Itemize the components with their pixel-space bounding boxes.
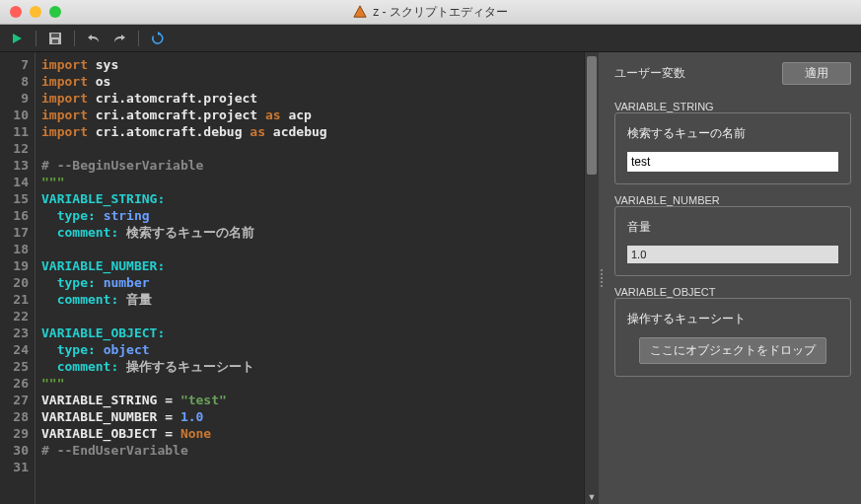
code-line[interactable]: comment: 検索するキューの名前 xyxy=(41,224,584,241)
line-number: 28 xyxy=(0,408,29,425)
variable-box: 検索するキューの名前 xyxy=(614,112,851,184)
line-number: 10 xyxy=(0,107,29,123)
vertical-scrollbar[interactable]: ▼ xyxy=(584,52,599,504)
code-line[interactable]: """ xyxy=(41,174,584,190)
variable-comment: 検索するキューの名前 xyxy=(627,125,838,142)
undo-button[interactable] xyxy=(85,30,103,47)
panel-title: ユーザー変数 xyxy=(614,65,685,82)
line-number: 7 xyxy=(0,56,29,73)
variable-string-input[interactable] xyxy=(627,152,838,172)
line-number: 23 xyxy=(0,324,29,341)
code-line[interactable]: """ xyxy=(41,375,584,392)
code-line[interactable]: import sys xyxy=(41,56,584,73)
close-window-button[interactable] xyxy=(10,6,22,18)
code-line[interactable]: import cri.atomcraft.project as acp xyxy=(41,107,584,123)
line-number: 16 xyxy=(0,207,29,224)
line-number: 21 xyxy=(0,291,29,308)
svg-rect-3 xyxy=(51,34,59,37)
apply-button[interactable]: 適用 xyxy=(782,62,851,85)
variable-comment: 音量 xyxy=(627,219,838,236)
code-line[interactable]: type: number xyxy=(41,274,584,291)
code-line[interactable]: # --BeginUserVariable xyxy=(41,157,584,174)
code-line[interactable]: VARIABLE_OBJECT = None xyxy=(41,425,584,442)
splitter-handle[interactable] xyxy=(599,52,605,504)
code-line[interactable]: VARIABLE_OBJECT: xyxy=(41,324,584,341)
variable-title: VARIABLE_OBJECT xyxy=(614,286,851,298)
svg-marker-1 xyxy=(13,34,22,43)
line-number: 22 xyxy=(0,308,29,324)
code-line[interactable]: import os xyxy=(41,73,584,90)
line-number: 29 xyxy=(0,425,29,442)
save-button[interactable] xyxy=(46,30,64,47)
line-number: 8 xyxy=(0,73,29,90)
svg-rect-4 xyxy=(52,39,58,43)
line-number: 26 xyxy=(0,375,29,392)
code-editor[interactable]: 7891011121314151617181920212223242526272… xyxy=(0,52,599,504)
line-number: 25 xyxy=(0,358,29,375)
titlebar: z - スクリプトエディター xyxy=(0,0,861,25)
line-number: 30 xyxy=(0,442,29,459)
line-number: 20 xyxy=(0,274,29,291)
user-variable-panel: ユーザー変数 適用 VARIABLE_STRING検索するキューの名前VARIA… xyxy=(605,52,861,504)
line-number: 11 xyxy=(0,123,29,140)
minimize-window-button[interactable] xyxy=(30,6,41,18)
code-line[interactable] xyxy=(41,140,584,157)
scrollbar-thumb[interactable] xyxy=(587,56,597,175)
line-number: 15 xyxy=(0,190,29,207)
redo-button[interactable] xyxy=(110,30,128,47)
code-line[interactable]: type: object xyxy=(41,341,584,358)
code-line[interactable]: comment: 音量 xyxy=(41,291,584,308)
svg-marker-0 xyxy=(354,6,366,17)
code-line[interactable]: type: string xyxy=(41,207,584,224)
code-line[interactable]: # --EndUserVariable xyxy=(41,442,584,459)
code-line[interactable]: import cri.atomcraft.debug as acdebug xyxy=(41,123,584,140)
maximize-window-button[interactable] xyxy=(49,6,61,18)
code-line[interactable]: VARIABLE_NUMBER = 1.0 xyxy=(41,408,584,425)
app-icon xyxy=(353,5,367,19)
separator xyxy=(138,31,139,46)
code-line[interactable]: comment: 操作するキューシート xyxy=(41,358,584,375)
separator xyxy=(74,31,75,46)
line-number: 31 xyxy=(0,459,29,475)
code-content[interactable]: import sysimport osimport cri.atomcraft.… xyxy=(36,52,584,504)
line-number-gutter: 7891011121314151617181920212223242526272… xyxy=(0,52,36,504)
toolbar xyxy=(0,25,861,52)
variable-box: 操作するキューシートここにオブジェクトをドロップ xyxy=(614,298,851,377)
main-area: 7891011121314151617181920212223242526272… xyxy=(0,52,861,504)
code-line[interactable]: import cri.atomcraft.project xyxy=(41,90,584,107)
scroll-down-arrow[interactable]: ▼ xyxy=(585,490,599,504)
window-title: z - スクリプトエディター xyxy=(373,4,508,21)
line-number: 27 xyxy=(0,392,29,408)
code-line[interactable] xyxy=(41,308,584,324)
run-button[interactable] xyxy=(8,30,26,47)
separator xyxy=(36,31,36,46)
code-line[interactable] xyxy=(41,459,584,475)
line-number: 17 xyxy=(0,224,29,241)
line-number: 14 xyxy=(0,174,29,190)
variable-object-drop[interactable]: ここにオブジェクトをドロップ xyxy=(639,337,826,364)
variable-title: VARIABLE_NUMBER xyxy=(614,194,851,206)
code-line[interactable]: VARIABLE_NUMBER: xyxy=(41,257,584,274)
variable-comment: 操作するキューシート xyxy=(627,311,838,327)
line-number: 18 xyxy=(0,241,29,257)
code-line[interactable]: VARIABLE_STRING: xyxy=(41,190,584,207)
variable-number-input[interactable] xyxy=(627,246,838,263)
reload-button[interactable] xyxy=(149,30,167,47)
code-line[interactable] xyxy=(41,241,584,257)
variable-box: 音量 xyxy=(614,206,851,276)
line-number: 9 xyxy=(0,90,29,107)
variable-title: VARIABLE_STRING xyxy=(614,101,851,112)
line-number: 19 xyxy=(0,257,29,274)
line-number: 13 xyxy=(0,157,29,174)
line-number: 24 xyxy=(0,341,29,358)
code-line[interactable]: VARIABLE_STRING = "test" xyxy=(41,392,584,408)
window-controls xyxy=(0,6,61,18)
line-number: 12 xyxy=(0,140,29,157)
